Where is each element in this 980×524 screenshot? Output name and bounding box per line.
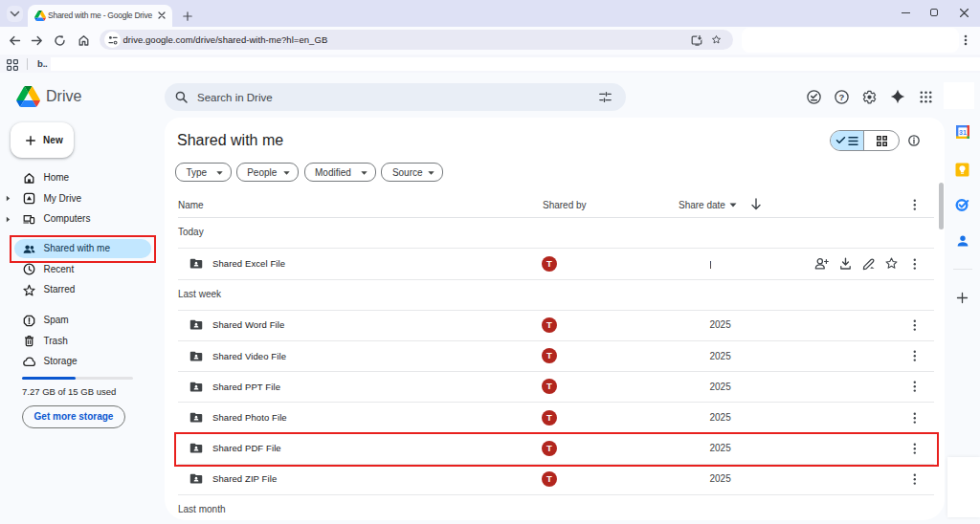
svg-text:?: ?: [839, 92, 845, 102]
svg-text:31: 31: [959, 129, 967, 136]
